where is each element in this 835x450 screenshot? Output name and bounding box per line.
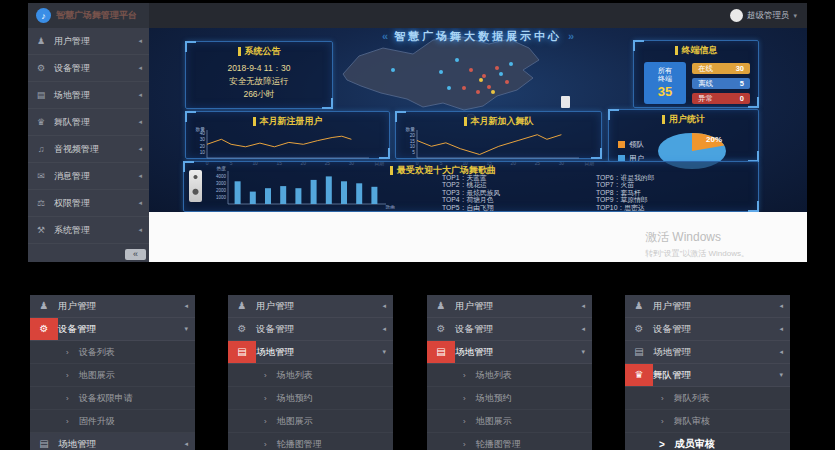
submenu-item-venue-list[interactable]: ›场地列表 bbox=[427, 364, 592, 387]
svg-text:歌曲: 歌曲 bbox=[385, 204, 395, 209]
sidebar-item-label: 消息管理 bbox=[54, 170, 90, 183]
submenu-item-firmware-upgrade[interactable]: ›固件升级 bbox=[30, 410, 195, 433]
menu-item-user[interactable]: ♟用户管理◂ bbox=[228, 295, 393, 318]
chevron-left-icon: ◂ bbox=[138, 199, 142, 207]
team-icon: ♛ bbox=[28, 117, 54, 127]
screenshot-stage: ♪ 智慧广场舞管理平台 超级管理员 ▾ ♟用户管理◂⚙设备管理◂▤场地管理◂♛舞… bbox=[0, 0, 835, 450]
submenu-item-team-audit[interactable]: ›舞队审核 bbox=[625, 410, 790, 433]
title-bar-icon bbox=[238, 47, 241, 56]
submenu-item-label: 设备列表 bbox=[79, 346, 115, 359]
song-rank-item: TOP6：谁是我的郎 bbox=[596, 174, 654, 181]
sidebar-collapse-button[interactable]: « bbox=[125, 249, 146, 260]
logo-area[interactable]: ♪ 智慧广场舞管理平台 bbox=[28, 3, 149, 28]
chevron-right-icon: › bbox=[463, 417, 466, 426]
submenu-item-device-list[interactable]: ›设备列表 bbox=[30, 341, 195, 364]
notice-line: 266小时 bbox=[186, 88, 332, 101]
sidebar-item-device[interactable]: ⚙设备管理◂ bbox=[28, 55, 149, 82]
menu-item-label: 场地管理 bbox=[455, 346, 493, 359]
menu-item-device[interactable]: ⚙设备管理▾ bbox=[30, 318, 195, 341]
chevron-left-icon: ◂ bbox=[779, 348, 783, 356]
song-rank-item: TOP7：火苗 bbox=[596, 181, 654, 188]
terminal-info-panel: 终端信息 所有终端 35 在线30离线5异常0 bbox=[633, 40, 759, 108]
svg-text:20: 20 bbox=[200, 144, 206, 149]
submenu-item-label: 地图展示 bbox=[277, 415, 313, 428]
terminal-title: 终端信息 bbox=[682, 44, 718, 57]
sidebar-item-venue[interactable]: ▤场地管理◂ bbox=[28, 82, 149, 109]
menu-item-device[interactable]: ⚙设备管理◂ bbox=[228, 318, 393, 341]
chevron-right-icon: › bbox=[66, 371, 69, 380]
page-background: 激活 Windows 转到“设置”以激活 Windows。 bbox=[149, 212, 807, 262]
badge-label: 离线 bbox=[698, 79, 713, 89]
sidebar-item-team[interactable]: ♛舞队管理◂ bbox=[28, 109, 149, 136]
chevron-left-icon: ◂ bbox=[138, 37, 142, 45]
badge-label: 异常 bbox=[698, 94, 713, 104]
sidebar-item-system[interactable]: ⚒系统管理◂ bbox=[28, 217, 149, 244]
user-menu[interactable]: 超级管理员 ▾ bbox=[730, 9, 797, 22]
chevron-left-icon: ◂ bbox=[138, 172, 142, 180]
admin-window: ♪ 智慧广场舞管理平台 超级管理员 ▾ ♟用户管理◂⚙设备管理◂▤场地管理◂♛舞… bbox=[28, 3, 807, 262]
svg-text:2000: 2000 bbox=[216, 188, 227, 193]
chevron-right-icon: > bbox=[659, 439, 665, 450]
sidebar-item-label: 音视频管理 bbox=[54, 143, 99, 156]
submenu-item-venue-booking[interactable]: ›场地预约 bbox=[228, 387, 393, 410]
chevron-left-icon: ◂ bbox=[581, 325, 585, 333]
map-control[interactable] bbox=[561, 96, 570, 108]
avatar bbox=[730, 9, 743, 22]
chevron-left-icon: ◂ bbox=[581, 302, 585, 310]
submenu-item-label: 成员审核 bbox=[675, 437, 715, 450]
menu-item-team[interactable]: ♛舞队管理▾ bbox=[625, 364, 790, 387]
song-rank-item: TOP5：自由飞翔 bbox=[442, 204, 500, 211]
menu-item-user[interactable]: ♟用户管理◂ bbox=[30, 295, 195, 318]
chevron-left-icon: ◂ bbox=[138, 64, 142, 72]
menu-item-device[interactable]: ⚙设备管理◂ bbox=[625, 318, 790, 341]
chevron-left-icon: ◂ bbox=[138, 118, 142, 126]
submenu-item-label: 轮播图管理 bbox=[277, 438, 322, 450]
submenu-item-venue-booking[interactable]: ›场地预约 bbox=[427, 387, 592, 410]
sidebar-item-label: 场地管理 bbox=[54, 89, 90, 102]
submenu-item-map-display[interactable]: ›地图展示 bbox=[427, 410, 592, 433]
user-icon: ♟ bbox=[625, 295, 653, 317]
menu-item-venue[interactable]: ▤场地管理▾ bbox=[228, 341, 393, 364]
submenu-item-label: 轮播图管理 bbox=[476, 438, 521, 450]
menu-item-venue[interactable]: ▤场地管理◂ bbox=[625, 341, 790, 364]
submenu-item-venue-list[interactable]: ›场地列表 bbox=[228, 364, 393, 387]
submenu-item-map-display[interactable]: ›地图展示 bbox=[228, 410, 393, 433]
notice-title: 系统公告 bbox=[245, 45, 281, 58]
submenu-item-device-permission-apply[interactable]: ›设备权限申请 bbox=[30, 387, 195, 410]
sidebar-item-user[interactable]: ♟用户管理◂ bbox=[28, 28, 149, 55]
sidebar-item-media[interactable]: ♫音视频管理◂ bbox=[28, 136, 149, 163]
menu-item-venue[interactable]: ▤场地管理▾ bbox=[427, 341, 592, 364]
submenu-item-carousel-management[interactable]: ›轮播图管理 bbox=[427, 433, 592, 450]
menu-item-venue[interactable]: ▤场地管理◂ bbox=[30, 433, 195, 450]
chevron-right-icon: › bbox=[661, 394, 664, 403]
system-icon: ⚒ bbox=[28, 225, 54, 235]
menu-item-user[interactable]: ♟用户管理◂ bbox=[427, 295, 592, 318]
chevron-left-icon: ◂ bbox=[138, 145, 142, 153]
new-users-chart-panel: 本月新注册用户 10203040051015202530数量日期 bbox=[185, 111, 390, 159]
notice-panel: 系统公告 2018-9-4 11：30安全无故障运行266小时 bbox=[185, 41, 333, 109]
submenu-item-member-audit[interactable]: >成员审核 bbox=[625, 433, 790, 450]
svg-text:数量: 数量 bbox=[405, 127, 415, 132]
submenu-item-team-list[interactable]: ›舞队列表 bbox=[625, 387, 790, 410]
badge-value: 5 bbox=[740, 79, 744, 88]
sidebar-item-permission[interactable]: ⚖权限管理◂ bbox=[28, 190, 149, 217]
legend-label: 领队 bbox=[629, 140, 644, 150]
top-songs-panel: 最受欢迎十大广场舞歌曲 1000200030004000热度歌曲 TOP1：天蓝… bbox=[183, 161, 759, 212]
sidebar-item-label: 系统管理 bbox=[54, 224, 90, 237]
svg-text:20: 20 bbox=[410, 133, 416, 138]
menu-item-user[interactable]: ♟用户管理◂ bbox=[625, 295, 790, 318]
submenu-item-carousel-management[interactable]: ›轮播图管理 bbox=[228, 433, 393, 450]
songs-rank-left: TOP1：天蓝蓝TOP2：桃花运TOP3：最炫民族风TOP4：荷塘月色TOP5：… bbox=[442, 174, 500, 211]
submenu-item-map-display[interactable]: ›地图展示 bbox=[30, 364, 195, 387]
sidebar-menu: ♟用户管理◂⚙设备管理◂▤场地管理◂♛舞队管理◂♫音视频管理◂✉消息管理◂⚖权限… bbox=[28, 28, 149, 244]
menu-item-device[interactable]: ⚙设备管理◂ bbox=[427, 318, 592, 341]
device-icon: ⚙ bbox=[427, 318, 455, 340]
submenu-item-label: 场地列表 bbox=[277, 369, 313, 382]
submenu-item-label: 设备权限申请 bbox=[79, 392, 133, 405]
title-bar-icon bbox=[675, 46, 678, 55]
chevron-left-icon: ◂ bbox=[184, 302, 188, 310]
user-icon: ♟ bbox=[427, 295, 455, 317]
song-rank-item: TOP3：最炫民族风 bbox=[442, 189, 500, 196]
svg-text:4000: 4000 bbox=[216, 174, 227, 179]
sidebar-item-message[interactable]: ✉消息管理◂ bbox=[28, 163, 149, 190]
